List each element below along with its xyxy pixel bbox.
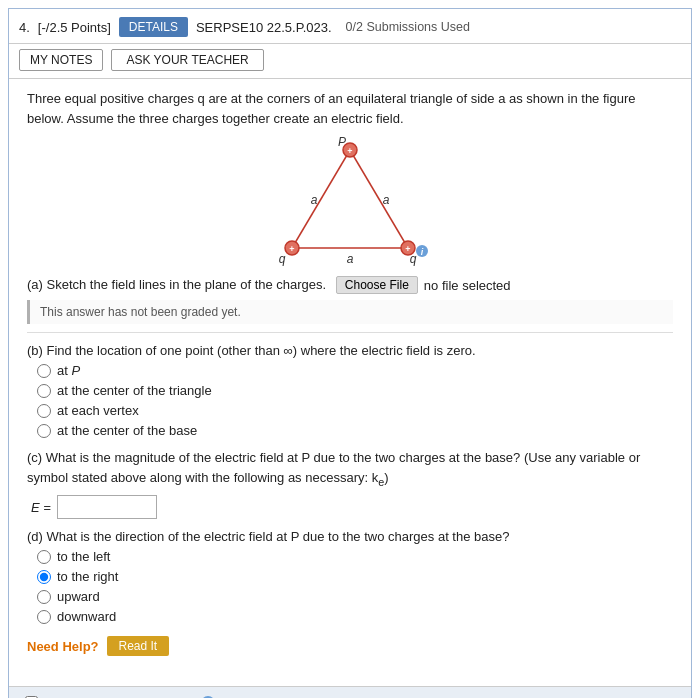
triangle-figure: + + + P q q a a a i (27, 136, 673, 266)
radio-item-at-p[interactable]: at P (37, 363, 673, 378)
radio-each-vertex[interactable] (37, 404, 51, 418)
svg-text:P: P (338, 136, 346, 149)
svg-text:+: + (289, 244, 294, 254)
radio-item-left[interactable]: to the left (37, 549, 673, 564)
radio-label-at-p: at P (57, 363, 80, 378)
radio-item-right[interactable]: to the right (37, 569, 673, 584)
question-container: 4. [-/2.5 Points] DETAILS SERPSE10 22.5.… (8, 8, 692, 698)
radio-right[interactable] (37, 570, 51, 584)
action-bar: MY NOTES ASK YOUR TEACHER (9, 44, 691, 79)
radio-label-left: to the left (57, 549, 110, 564)
e-input[interactable] (57, 495, 157, 519)
no-file-label: no file selected (424, 278, 511, 293)
svg-text:a: a (383, 193, 390, 207)
radio-item-center-base[interactable]: at the center of the base (37, 423, 673, 438)
part-d-label: (d) What is the direction of the electri… (27, 529, 673, 544)
radio-item-each-vertex[interactable]: at each vertex (37, 403, 673, 418)
top-bar: 4. [-/2.5 Points] DETAILS SERPSE10 22.5.… (9, 9, 691, 44)
radio-item-upward[interactable]: upward (37, 589, 673, 604)
radio-at-p[interactable] (37, 364, 51, 378)
radio-label-each-vertex: at each vertex (57, 403, 139, 418)
svg-line-1 (350, 150, 408, 248)
part-a-label: (a) Sketch the field lines in the plane … (27, 276, 673, 294)
show-work-bar[interactable]: Show My Work (Optional) i (9, 686, 691, 698)
part-b-label: (b) Find the location of one point (othe… (27, 343, 673, 358)
question-number: 4. (19, 20, 30, 35)
radio-center-triangle[interactable] (37, 384, 51, 398)
my-notes-button[interactable]: MY NOTES (19, 49, 103, 71)
radio-upward[interactable] (37, 590, 51, 604)
need-help-row: Need Help? Read It (27, 636, 673, 656)
radio-item-center-triangle[interactable]: at the center of the triangle (37, 383, 673, 398)
e-input-row: E = (31, 495, 673, 519)
need-help-label: Need Help? (27, 639, 99, 654)
details-button[interactable]: DETAILS (119, 17, 188, 37)
radio-label-downward: downward (57, 609, 116, 624)
svg-text:+: + (347, 146, 352, 156)
ask-teacher-button[interactable]: ASK YOUR TEACHER (111, 49, 263, 71)
part-d-options: to the left to the right upward downward (37, 549, 673, 624)
radio-downward[interactable] (37, 610, 51, 624)
svg-text:a: a (311, 193, 318, 207)
grading-note: This answer has not been graded yet. (27, 300, 673, 324)
radio-label-right: to the right (57, 569, 118, 584)
svg-text:q: q (279, 252, 286, 266)
radio-item-downward[interactable]: downward (37, 609, 673, 624)
radio-label-center-base: at the center of the base (57, 423, 197, 438)
course-code: SERPSE10 22.5.P.023. (196, 20, 332, 35)
submissions-info: 0/2 Submissions Used (346, 20, 470, 34)
e-equals-label: E = (31, 500, 51, 515)
question-points: [-/2.5 Points] (38, 20, 111, 35)
svg-text:a: a (347, 252, 354, 266)
svg-line-0 (292, 150, 350, 248)
radio-label-center-triangle: at the center of the triangle (57, 383, 212, 398)
part-c-label: (c) What is the magnitude of the electri… (27, 448, 673, 489)
choose-file-area: Choose File no file selected (336, 276, 511, 294)
radio-center-base[interactable] (37, 424, 51, 438)
problem-text: Three equal positive charges q are at th… (27, 89, 673, 128)
radio-left[interactable] (37, 550, 51, 564)
part-b-options: at P at the center of the triangle at ea… (37, 363, 673, 438)
radio-label-upward: upward (57, 589, 100, 604)
content-area: Three equal positive charges q are at th… (9, 79, 691, 676)
divider-1 (27, 332, 673, 333)
read-it-button[interactable]: Read It (107, 636, 170, 656)
choose-file-button[interactable]: Choose File (336, 276, 418, 294)
svg-text:q: q (410, 252, 417, 266)
